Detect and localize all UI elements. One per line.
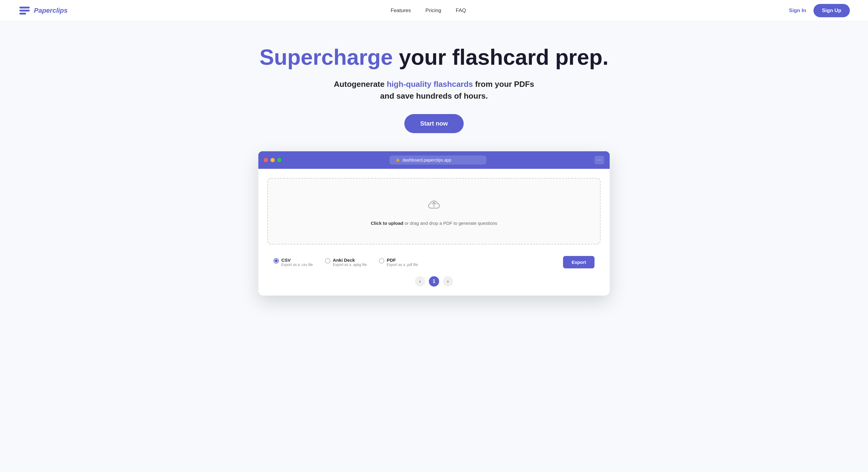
browser-toolbar: 🔒 dashboard.paperclips.app ··· <box>258 151 610 169</box>
export-csv-labels: CSV Export as a .csv file <box>281 258 313 267</box>
export-option-csv[interactable]: CSV Export as a .csv file <box>274 258 313 267</box>
hero-title: Supercharge your flashcard prep. <box>12 45 856 69</box>
browser-menu-dots[interactable]: ··· <box>594 156 604 164</box>
hero-subtitle: Autogenerate high-quality flashcards fro… <box>331 78 537 102</box>
upload-cta: Click to upload <box>371 221 403 226</box>
pagination-row: ‹ 1 › <box>268 271 600 288</box>
browser-mockup: 🔒 dashboard.paperclips.app ··· Click to … <box>258 151 610 296</box>
logo-text: Paperclips <box>34 7 67 14</box>
svg-rect-0 <box>20 7 30 8</box>
svg-rect-2 <box>20 13 26 14</box>
export-option-anki[interactable]: Anki Deck Export as a .apkg file <box>325 258 367 267</box>
browser-dots <box>264 158 281 162</box>
export-pdf-label: PDF <box>387 258 418 263</box>
hero-subtitle-accent: high-quality flashcards <box>387 79 473 89</box>
page-current-button[interactable]: 1 <box>429 276 439 286</box>
dot-minimize[interactable] <box>271 158 275 162</box>
start-now-button[interactable]: Start now <box>404 114 463 133</box>
browser-content: Click to upload or drag and drop a PDF t… <box>258 169 610 296</box>
hero-title-accent: Supercharge <box>259 45 393 69</box>
nav-faq[interactable]: FAQ <box>456 7 466 13</box>
address-text: dashboard.paperclips.app <box>403 158 451 163</box>
radio-anki[interactable] <box>325 258 331 264</box>
upload-text: Click to upload or drag and drop a PDF t… <box>280 221 588 226</box>
hero-title-rest: your flashcard prep. <box>393 45 609 69</box>
export-pdf-sub: Export as a .pdf file <box>387 263 418 267</box>
page-next-button[interactable]: › <box>443 276 453 286</box>
lock-icon: 🔒 <box>396 158 400 162</box>
address-bar-inner[interactable]: 🔒 dashboard.paperclips.app <box>390 156 486 165</box>
export-anki-label: Anki Deck <box>333 258 367 263</box>
page-prev-button[interactable]: ‹ <box>415 276 425 286</box>
nav-links: Features Pricing FAQ <box>391 7 466 13</box>
nav-features[interactable]: Features <box>391 7 411 13</box>
nav-actions: Sign In Sign Up <box>789 4 850 17</box>
dot-close[interactable] <box>264 158 268 162</box>
export-button[interactable]: Export <box>563 256 594 268</box>
browser-address-bar: 🔒 dashboard.paperclips.app <box>286 156 590 165</box>
upload-icon <box>280 197 588 216</box>
export-option-pdf[interactable]: PDF Export as a .pdf file <box>379 258 418 267</box>
radio-csv[interactable] <box>274 258 279 264</box>
nav-pricing[interactable]: Pricing <box>426 7 441 13</box>
export-csv-label: CSV <box>281 258 313 263</box>
svg-rect-1 <box>20 10 30 11</box>
export-anki-sub: Export as a .apkg file <box>333 263 367 267</box>
upload-rest: or drag and drop a PDF to generate quest… <box>403 221 497 226</box>
upload-area[interactable]: Click to upload or drag and drop a PDF t… <box>268 178 600 244</box>
export-row: CSV Export as a .csv file Anki Deck Expo… <box>268 253 600 271</box>
export-csv-sub: Export as a .csv file <box>281 263 313 267</box>
logo-link[interactable]: Paperclips <box>18 4 67 17</box>
hero-subtitle-before: Autogenerate <box>334 79 387 89</box>
dot-maximize[interactable] <box>277 158 281 162</box>
browser-mockup-wrapper: 🔒 dashboard.paperclips.app ··· Click to … <box>0 151 868 314</box>
radio-pdf[interactable] <box>379 258 384 264</box>
hero-section: Supercharge your flashcard prep. Autogen… <box>0 21 868 151</box>
export-anki-labels: Anki Deck Export as a .apkg file <box>333 258 367 267</box>
export-pdf-labels: PDF Export as a .pdf file <box>387 258 418 267</box>
signin-link[interactable]: Sign In <box>789 7 806 13</box>
navbar: Paperclips Features Pricing FAQ Sign In … <box>0 0 868 21</box>
signup-button[interactable]: Sign Up <box>813 4 850 17</box>
